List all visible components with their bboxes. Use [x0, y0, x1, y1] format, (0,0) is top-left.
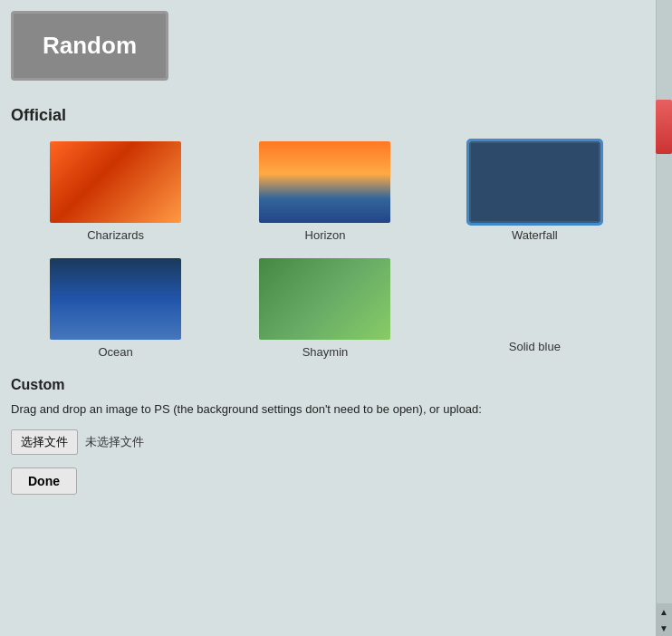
theme-item-horizon[interactable]: Horizon: [220, 134, 429, 251]
theme-preview-ocean: [50, 258, 181, 340]
scrollbar-arrow-down[interactable]: ▼: [656, 620, 672, 636]
official-section: Official Charizards Horizon Waterfall Oc…: [11, 106, 639, 368]
official-section-title: Official: [11, 106, 639, 125]
file-input-row: 选择文件 未选择文件: [11, 429, 639, 455]
done-button[interactable]: Done: [11, 467, 77, 495]
theme-preview-shaymin: [259, 258, 390, 340]
choose-file-button[interactable]: 选择文件: [11, 429, 78, 455]
theme-item-waterfall[interactable]: Waterfall: [430, 134, 639, 251]
theme-item-charizards[interactable]: Charizards: [11, 134, 220, 251]
theme-preview-charizards: [50, 141, 181, 223]
theme-label-solid-blue: Solid blue: [509, 340, 561, 353]
theme-preview-horizon: [259, 141, 390, 223]
theme-label-charizards: Charizards: [87, 228, 144, 242]
scrollbar-track: ▲ ▼: [656, 0, 672, 636]
no-file-label: 未选择文件: [85, 434, 144, 450]
custom-description: Drag and drop an image to PS (the backgr…: [11, 400, 639, 419]
scrollbar-arrow-up[interactable]: ▲: [656, 603, 672, 620]
theme-item-shaymin[interactable]: Shaymin: [220, 251, 429, 368]
theme-label-horizon: Horizon: [305, 228, 346, 242]
theme-label-shaymin: Shaymin: [302, 345, 349, 359]
theme-preview-solid-blue-empty: [469, 258, 600, 340]
theme-label-waterfall: Waterfall: [512, 228, 558, 242]
random-button[interactable]: Random: [11, 11, 168, 81]
theme-label-ocean: Ocean: [99, 345, 133, 359]
theme-item-ocean[interactable]: Ocean: [11, 251, 220, 368]
theme-item-solid-blue[interactable]: Solid blue: [430, 251, 639, 368]
main-content[interactable]: Random Official Charizards Horizon Water…: [0, 0, 650, 636]
scrollbar-thumb[interactable]: [656, 100, 672, 154]
theme-preview-waterfall: [469, 141, 600, 223]
themes-grid: Charizards Horizon Waterfall Ocean Shaym…: [11, 134, 639, 368]
custom-section: Custom Drag and drop an image to PS (the…: [11, 377, 639, 495]
custom-section-title: Custom: [11, 377, 639, 393]
